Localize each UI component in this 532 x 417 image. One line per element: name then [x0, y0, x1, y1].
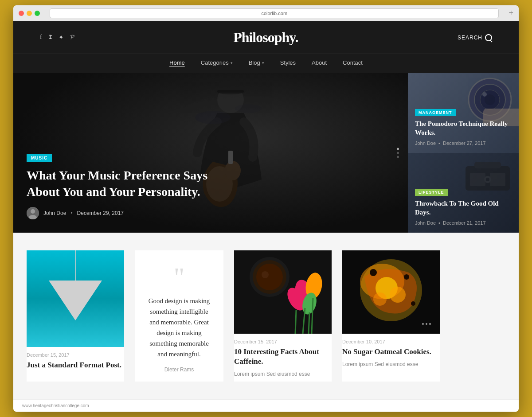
svg-rect-21: [490, 173, 505, 186]
svg-point-16: [485, 94, 495, 105]
svg-line-36: [309, 312, 309, 334]
svg-point-17: [482, 92, 487, 97]
lamp-shade: [49, 281, 102, 320]
blog-card-body: December 15, 2017 10 Interesting Facts A…: [234, 334, 332, 378]
blog-card-lamp[interactable]: December 15, 2017 Just a Standard Format…: [27, 250, 124, 382]
footer-url: www.heritagechristiancollege.com: [22, 403, 89, 408]
new-tab-button[interactable]: +: [509, 8, 513, 18]
sidebar-card-1-meta: John Doe • December 27, 2017: [415, 140, 512, 146]
pinterest-icon[interactable]: 𝓟: [70, 34, 74, 41]
separator: •: [438, 220, 440, 226]
sidebar-card-1-date: December 27, 2017: [443, 140, 486, 146]
quote-mark: ": [174, 264, 185, 290]
blog-date-lamp: December 15, 2017: [27, 352, 124, 358]
hero-title: What Your Music Preference Says About Yo…: [27, 168, 213, 200]
svg-point-46: [411, 301, 415, 306]
blog-card-coffee[interactable]: December 15, 2017 10 Interesting Facts A…: [234, 250, 332, 382]
site-content: f 𝕿 ✦ 𝓟 Philosophy. SEARCH Home Categori…: [13, 21, 519, 412]
svg-point-28: [262, 271, 269, 278]
chevron-down-icon: ▾: [262, 61, 264, 65]
social-links: f 𝕿 ✦ 𝓟: [40, 34, 74, 41]
url-text: colorlib.com: [261, 11, 287, 16]
svg-point-27: [256, 264, 283, 290]
facebook-icon[interactable]: f: [40, 34, 42, 41]
svg-point-11: [31, 209, 35, 214]
slider-dot[interactable]: [397, 148, 399, 150]
food-image: [342, 250, 440, 334]
svg-point-23: [486, 178, 489, 181]
nav-contact[interactable]: Contact: [343, 59, 363, 66]
sidebar-card-1-author: John Doe: [415, 140, 436, 146]
nav-about[interactable]: About: [312, 59, 327, 66]
svg-point-9: [235, 104, 262, 113]
slider-dots: [397, 148, 399, 158]
blog-title-lamp: Just a Standard Format Post.: [27, 360, 124, 370]
hero-meta: John Doe • December 29, 2017: [27, 207, 403, 219]
address-bar[interactable]: colorlib.com: [50, 8, 499, 18]
hero-author: John Doe: [43, 210, 66, 216]
maximize-button[interactable]: [35, 11, 40, 16]
close-button[interactable]: [19, 11, 24, 16]
nav-blog[interactable]: Blog ▾: [249, 59, 264, 66]
blog-section: December 15, 2017 Just a Standard Format…: [13, 233, 519, 399]
hero-main[interactable]: MUSIC What Your Music Preference Says Ab…: [13, 73, 408, 233]
quote-author: Dieter Rams: [164, 366, 194, 373]
blog-excerpt-food: Lorem ipsum Sed eiusmod esse: [342, 360, 440, 368]
blog-date-food: December 10, 2017: [342, 339, 440, 344]
svg-rect-20: [470, 173, 485, 186]
instagram-icon[interactable]: ✦: [59, 34, 64, 41]
nav-styles[interactable]: Styles: [280, 59, 296, 66]
food-dots: [422, 323, 431, 325]
lamp-cord: [75, 250, 76, 281]
hero-separator: •: [70, 210, 72, 216]
slider-dot[interactable]: [397, 152, 399, 154]
svg-point-43: [373, 292, 387, 306]
svg-rect-19: [474, 162, 501, 168]
site-footer: www.heritagechristiancollege.com: [13, 399, 519, 412]
chevron-down-icon: ▾: [231, 61, 233, 65]
sidebar-card-2[interactable]: LIFESTYLE Throwback To The Good Old Days…: [408, 153, 519, 233]
avatar: [27, 207, 39, 219]
blog-card-food[interactable]: December 10, 2017 No Sugar Oatmeal Cooki…: [342, 250, 440, 382]
sidebar-card-2-date: December 21, 2017: [443, 220, 486, 226]
main-nav: Home Categories ▾ Blog ▾ Styles About Co…: [13, 54, 519, 73]
minimize-button[interactable]: [27, 11, 32, 16]
dot: [422, 323, 424, 325]
slider-dot[interactable]: [397, 156, 399, 158]
sidebar-tag-lifestyle: LIFESTYLE: [415, 189, 448, 196]
dot: [429, 323, 431, 325]
browser-window: colorlib.com + f 𝕿 ✦ 𝓟 Philosophy. SEARC…: [13, 5, 519, 412]
hero-category-badge[interactable]: MUSIC: [27, 154, 52, 162]
sidebar-tag-management: MANAGEMENT: [415, 109, 456, 116]
nav-categories[interactable]: Categories ▾: [201, 59, 233, 66]
dot: [426, 323, 427, 325]
sidebar-card-1-content: MANAGEMENT The Pomodoro Technique Really…: [415, 108, 512, 146]
sidebar-card-2-title: Throwback To The Good Old Days.: [415, 199, 512, 217]
sidebar-card-2-content: LIFESTYLE Throwback To The Good Old Days…: [415, 187, 512, 226]
blog-card-quote[interactable]: " Good design is making something intell…: [135, 250, 223, 382]
hero-content: MUSIC What Your Music Preference Says Ab…: [27, 153, 403, 219]
hero-section: MUSIC What Your Music Preference Says Ab…: [13, 73, 519, 233]
sidebar-card-1[interactable]: MANAGEMENT The Pomodoro Technique Really…: [408, 73, 519, 153]
search-button[interactable]: SEARCH: [458, 34, 492, 41]
lamp-image: [27, 250, 124, 347]
separator: •: [438, 140, 440, 146]
svg-point-44: [370, 269, 377, 276]
blog-date-coffee: December 15, 2017: [234, 339, 332, 344]
site-header: f 𝕿 ✦ 𝓟 Philosophy. SEARCH: [13, 21, 519, 54]
blog-grid: December 15, 2017 Just a Standard Format…: [27, 250, 505, 382]
site-logo[interactable]: Philosophy.: [233, 29, 298, 46]
search-label: SEARCH: [458, 35, 482, 41]
blog-card-body: December 10, 2017 No Sugar Oatmeal Cooki…: [342, 334, 440, 368]
twitter-icon[interactable]: 𝕿: [48, 34, 52, 41]
search-icon: [485, 34, 492, 41]
svg-point-45: [404, 274, 409, 280]
svg-rect-3: [217, 90, 244, 93]
svg-line-35: [295, 310, 296, 334]
blog-card-body: December 15, 2017 Just a Standard Format…: [27, 347, 124, 370]
nav-home[interactable]: Home: [169, 59, 185, 66]
blog-excerpt-coffee: Lorem ipsum Sed eiusmod esse: [234, 370, 332, 378]
quote-text: Good design is making something intellig…: [145, 296, 213, 359]
svg-point-8: [195, 111, 231, 124]
browser-chrome: colorlib.com +: [13, 5, 519, 21]
